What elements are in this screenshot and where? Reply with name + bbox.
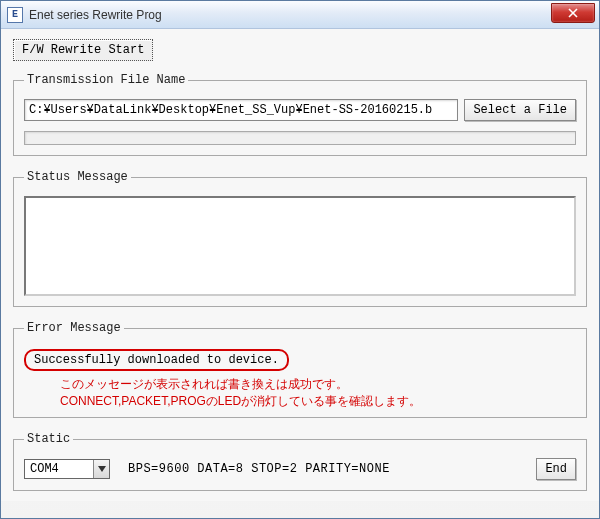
client-area: F/W Rewrite Start Transmission File Name… [1,29,599,501]
com-port-value: COM4 [30,462,59,476]
serial-settings-text: BPS=9600 DATA=8 STOP=2 PARITY=NONE [128,462,390,476]
file-row: Select a File [24,99,576,121]
status-textarea[interactable] [24,196,576,296]
app-icon: E [7,7,23,23]
close-button[interactable] [551,3,595,23]
transmission-legend: Transmission File Name [24,73,188,87]
error-legend: Error Message [24,321,124,335]
error-group: Error Message Successfully downloaded to… [13,321,587,418]
svg-marker-2 [98,466,106,472]
status-legend: Status Message [24,170,131,184]
static-row: COM4 BPS=9600 DATA=8 STOP=2 PARITY=NONE … [24,458,576,480]
progress-bar [24,131,576,145]
fw-rewrite-start-button[interactable]: F/W Rewrite Start [13,39,153,61]
status-group: Status Message [13,170,587,307]
close-icon [568,8,578,18]
transmission-group: Transmission File Name Select a File [13,73,587,156]
titlebar: E Enet series Rewrite Prog [1,1,599,29]
chevron-down-icon [93,460,109,478]
annotation-line-2: CONNECT,PACKET,PROGのLEDが消灯している事を確認します。 [60,393,576,410]
end-button-wrap: End [536,458,576,480]
annotation-text: このメッセージが表示されれば書き換えは成功です。 CONNECT,PACKET,… [60,376,576,410]
error-message-text: Successfully downloaded to device. [24,349,289,371]
com-port-select[interactable]: COM4 [24,459,110,479]
static-legend: Static [24,432,73,446]
static-group: Static COM4 BPS=9600 DATA=8 STOP=2 PARIT… [13,432,587,491]
file-path-input[interactable] [24,99,458,121]
window-title: Enet series Rewrite Prog [29,8,162,22]
app-window: E Enet series Rewrite Prog F/W Rewrite S… [0,0,600,519]
select-file-button[interactable]: Select a File [464,99,576,121]
end-button[interactable]: End [536,458,576,480]
annotation-line-1: このメッセージが表示されれば書き換えは成功です。 [60,376,576,393]
error-area: Successfully downloaded to device. このメッセ… [24,347,576,407]
